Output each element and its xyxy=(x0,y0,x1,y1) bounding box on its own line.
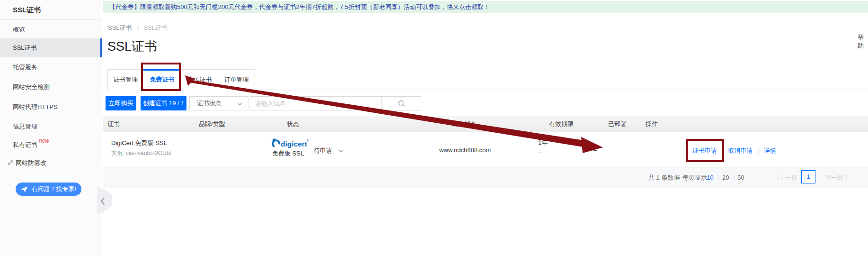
current-page-button[interactable]: 1 xyxy=(801,170,815,183)
prev-page-button[interactable]: 〈上一页 xyxy=(773,167,797,188)
cert-status-select[interactable]: 证书状态 xyxy=(189,96,248,110)
chevron-left-icon: ❮ xyxy=(100,196,106,205)
pagination-total: 共 1 条数据 xyxy=(648,167,680,188)
chevron-down-icon xyxy=(237,102,242,106)
tab-upload-cert[interactable]: 上传证书 xyxy=(181,69,218,90)
col-header-deployed: 已部署 xyxy=(608,116,627,132)
sidebar-product-title: SSL证书 xyxy=(0,0,102,20)
status-cell: 待申请 xyxy=(314,146,344,155)
digicert-logo-icon: digicert ® xyxy=(271,138,309,150)
sidebar-item-overview[interactable]: 概览 xyxy=(0,20,102,39)
row-actions: 证书申请|取消申请|详情 xyxy=(692,146,776,155)
col-header-cert: 证书 xyxy=(107,116,120,132)
sidebar-item-hosting[interactable]: 托管服务 xyxy=(0,58,102,77)
deployed-value: -- xyxy=(593,146,597,154)
sidebar-item-anti-tamper[interactable]: 网站防篡改 xyxy=(0,154,102,173)
svg-text:®: ® xyxy=(307,139,309,142)
promo-banner[interactable]: 【代金券】限量领取新购500元和无门槛200元代金券，代金券与证书2年期7折起购… xyxy=(103,1,868,13)
col-header-validity: 有效期限 xyxy=(549,116,574,132)
promo-banner-text: 【代金券】限量领取新购500元和无门槛200元代金券，代金券与证书2年期7折起购… xyxy=(109,3,490,10)
col-header-domain: 绑定域名 xyxy=(452,116,477,132)
help-link[interactable]: 帮助 xyxy=(858,33,868,50)
validity-value: 1年 xyxy=(538,138,548,147)
search-icon xyxy=(398,100,405,107)
action-cancel-apply[interactable]: 取消申请 xyxy=(728,147,753,154)
buy-now-button[interactable]: 立即购买 xyxy=(106,96,136,110)
tab-cert-management[interactable]: 证书管理 xyxy=(107,69,143,90)
breadcrumb: SSL证书 / SSL证书 xyxy=(108,24,168,32)
create-cert-button[interactable]: 创建证书 19 / 1 xyxy=(141,96,186,110)
page-size-50[interactable]: 50 xyxy=(737,167,744,188)
col-header-status: 状态 xyxy=(287,116,299,132)
status-value: 待申请 xyxy=(314,147,332,154)
tab-bar: 证书管理 免费证书 上传证书 订单管理 xyxy=(103,69,868,90)
breadcrumb-root[interactable]: SSL证书 xyxy=(108,24,132,31)
sidebar-item-proxy-https[interactable]: 网站代理HTTPS xyxy=(0,98,102,117)
col-header-brand: 品牌/类型 xyxy=(199,116,225,132)
sidebar-item-ssl-cert[interactable]: SSL证书 xyxy=(0,38,102,57)
action-details[interactable]: 详情 xyxy=(764,147,776,154)
external-link-icon xyxy=(8,160,13,165)
sidebar: SSL证书 概览 SSL证书 托管服务 网站安全检测 网站代理HTTPS 信息管… xyxy=(0,0,102,256)
status-chevron-down-icon[interactable] xyxy=(338,149,344,153)
domain-search xyxy=(250,96,421,110)
sidebar-item-site-security-check[interactable]: 网站安全检测 xyxy=(0,78,102,97)
sidebar-collapse-handle[interactable]: ❮ xyxy=(97,186,112,214)
breadcrumb-separator: / xyxy=(137,24,139,31)
next-page-button[interactable]: 下一页 〉 xyxy=(825,167,851,188)
new-badge: new xyxy=(39,137,49,144)
validity-sub: -- xyxy=(538,149,542,156)
tab-free-cert[interactable]: 免费证书 xyxy=(143,69,181,91)
tab-order-management[interactable]: 订单管理 xyxy=(218,69,255,90)
page-title: SSL证书 xyxy=(107,38,157,55)
page-size-20[interactable]: 20 xyxy=(722,167,729,188)
cert-brand-type: 免费版 SSL xyxy=(272,149,304,158)
paper-plane-icon xyxy=(21,186,28,192)
pagination-per-page-label: 每页显示 xyxy=(682,167,707,188)
breadcrumb-current: SSL证书 xyxy=(143,24,168,31)
col-header-actions: 操作 xyxy=(646,116,658,132)
page-size-10[interactable]: 10 xyxy=(707,167,713,188)
search-button[interactable] xyxy=(381,97,421,110)
ssl-console-page: { "banner": { "text": "【代金券】限量领取新购500元和无… xyxy=(0,0,868,256)
action-apply-cert[interactable]: 证书申请 xyxy=(692,147,717,154)
ask-expert-button[interactable]: 有问题？找专家! xyxy=(16,183,81,196)
cert-instance-id: 实例: cas-ivauto-i3GUbt xyxy=(111,149,171,157)
sidebar-item-private-cert[interactable]: 私有证书new xyxy=(0,136,102,155)
sidebar-item-info-management[interactable]: 信息管理 xyxy=(0,117,102,136)
domain-search-input[interactable] xyxy=(250,97,381,110)
cert-name: DigiCert 免费版 SSL xyxy=(111,139,167,147)
svg-text:digicert: digicert xyxy=(281,140,307,148)
annotation-arrow-head xyxy=(581,137,603,153)
bound-domain: www.ndch888.com xyxy=(439,146,491,154)
pagination-bar xyxy=(103,167,868,188)
